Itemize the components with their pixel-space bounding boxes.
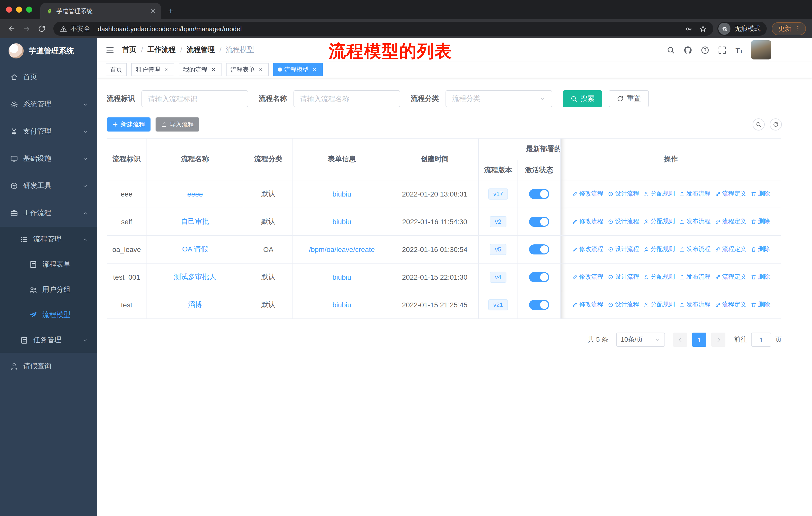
model-name-link[interactable]: OA 请假 [182, 245, 208, 253]
action-publish-link[interactable]: 发布流程 [679, 217, 710, 226]
status-toggle[interactable] [529, 244, 549, 254]
action-publish-link[interactable]: 发布流程 [679, 301, 710, 309]
prev-page-button[interactable] [673, 332, 687, 347]
question-icon[interactable] [701, 46, 709, 54]
dots-vertical-icon[interactable] [793, 25, 803, 32]
sidebar-item-task-management[interactable]: 任务管理 [0, 328, 97, 353]
star-icon[interactable] [699, 25, 707, 32]
create-model-button[interactable]: 新建流程 [107, 117, 150, 132]
model-name-link[interactable]: 测试多审批人 [174, 273, 216, 281]
sidebar-item-infrastructure[interactable]: 基础设施 [0, 145, 97, 172]
update-button[interactable]: 更新 [772, 22, 806, 35]
action-delete-link[interactable]: 删除 [750, 245, 770, 254]
search-icon[interactable] [667, 46, 675, 54]
form-info-link[interactable]: biubiu [332, 273, 351, 281]
maximize-window-button[interactable] [26, 6, 32, 12]
sidebar-item-dev-tools[interactable]: 研发工具 [0, 172, 97, 199]
model-name-link[interactable]: 滔博 [188, 300, 202, 308]
close-icon[interactable]: × [311, 66, 318, 73]
sidebar-item-payment-management[interactable]: 支付管理 [0, 118, 97, 145]
new-tab-button[interactable]: + [161, 3, 180, 19]
action-design-link[interactable]: 设计流程 [607, 190, 639, 198]
sidebar-item-workflow[interactable]: 工作流程 [0, 199, 97, 227]
action-assign-rule-link[interactable]: 分配规则 [643, 273, 675, 281]
status-toggle[interactable] [529, 300, 549, 310]
action-edit-link[interactable]: 修改流程 [572, 217, 603, 226]
incognito-badge[interactable]: 无痕模式 [717, 22, 767, 36]
action-publish-link[interactable]: 发布流程 [679, 245, 710, 254]
action-design-link[interactable]: 设计流程 [607, 273, 639, 281]
fold-icon[interactable] [106, 46, 114, 54]
action-edit-link[interactable]: 修改流程 [572, 273, 603, 281]
sidebar-item-process-management[interactable]: 流程管理 [0, 227, 97, 252]
close-icon[interactable]: × [257, 66, 264, 73]
security-label[interactable]: 不安全 [70, 24, 90, 33]
user-avatar[interactable] [751, 40, 771, 59]
action-design-link[interactable]: 设计流程 [607, 301, 639, 309]
minimize-window-button[interactable] [16, 6, 22, 12]
url-text[interactable]: dashboard.yudao.iocoder.cn/bpm/manager/m… [98, 25, 682, 32]
close-icon[interactable] [150, 8, 156, 14]
filter-input-1[interactable] [293, 90, 400, 107]
action-assign-rule-link[interactable]: 分配规则 [643, 301, 675, 309]
action-publish-link[interactable]: 发布流程 [679, 190, 710, 198]
sidebar-item-system-management[interactable]: 系统管理 [0, 91, 97, 118]
sidebar-item-leave-query[interactable]: 请假查询 [0, 353, 97, 380]
form-info-link[interactable]: biubiu [332, 218, 351, 226]
key-icon[interactable] [685, 25, 693, 32]
form-info-link[interactable]: biubiu [332, 190, 351, 198]
view-tag-4[interactable]: 流程模型× [273, 63, 323, 76]
sidebar-item-home[interactable]: 首页 [0, 63, 97, 91]
action-design-link[interactable]: 设计流程 [607, 217, 639, 226]
fullscreen-icon[interactable] [718, 46, 726, 54]
action-definition-link[interactable]: 流程定义 [715, 190, 746, 198]
breadcrumb-item[interactable]: 流程管理 [187, 45, 215, 54]
action-edit-link[interactable]: 修改流程 [572, 245, 603, 254]
close-icon[interactable]: × [210, 66, 217, 73]
action-edit-link[interactable]: 修改流程 [572, 301, 603, 309]
view-tag-1[interactable]: 租户管理× [132, 63, 174, 76]
view-tag-2[interactable]: 我的流程× [179, 63, 222, 76]
github-icon[interactable] [684, 46, 692, 54]
status-toggle[interactable] [529, 189, 549, 199]
action-definition-link[interactable]: 流程定义 [715, 273, 746, 281]
status-toggle[interactable] [529, 272, 549, 282]
category-select[interactable]: 流程分类 [445, 90, 552, 107]
status-toggle[interactable] [529, 217, 549, 227]
page-size-select[interactable]: 10条/页 [616, 332, 665, 347]
close-window-button[interactable] [6, 6, 12, 12]
action-definition-link[interactable]: 流程定义 [715, 217, 746, 226]
action-delete-link[interactable]: 删除 [750, 217, 770, 226]
back-icon[interactable] [4, 21, 19, 36]
action-edit-link[interactable]: 修改流程 [572, 190, 603, 198]
form-info-link[interactable]: biubiu [332, 301, 351, 309]
form-info-link[interactable]: /bpm/oa/leave/create [309, 245, 375, 253]
breadcrumb-item[interactable]: 首页 [122, 45, 137, 54]
model-name-link[interactable]: 自己审批 [181, 217, 209, 225]
action-assign-rule-link[interactable]: 分配规则 [643, 217, 675, 226]
view-tag-3[interactable]: 流程表单× [226, 63, 269, 76]
refresh-table-button[interactable] [770, 118, 782, 131]
action-publish-link[interactable]: 发布流程 [679, 273, 710, 281]
forward-icon[interactable] [19, 21, 34, 36]
import-model-button[interactable]: 导入流程 [155, 117, 199, 132]
goto-page-input[interactable] [751, 332, 771, 347]
action-delete-link[interactable]: 删除 [750, 301, 770, 309]
sidebar-item-process-model[interactable]: 流程模型 [0, 302, 97, 328]
view-tag-0[interactable]: 首页 [106, 63, 127, 76]
next-page-button[interactable] [711, 332, 725, 347]
action-definition-link[interactable]: 流程定义 [715, 301, 746, 309]
filter-input-0[interactable] [141, 90, 248, 107]
action-delete-link[interactable]: 删除 [750, 190, 770, 198]
page-1-button[interactable]: 1 [692, 332, 706, 347]
action-assign-rule-link[interactable]: 分配规则 [643, 190, 675, 198]
browser-tab[interactable]: 芋道管理系统 [40, 3, 161, 19]
action-assign-rule-link[interactable]: 分配规则 [643, 245, 675, 254]
font-size-icon[interactable]: TT [735, 46, 744, 54]
action-design-link[interactable]: 设计流程 [607, 245, 639, 254]
address-bar[interactable]: 不安全 dashboard.yudao.iocoder.cn/bpm/manag… [53, 22, 713, 36]
reset-button[interactable]: 重置 [609, 90, 649, 107]
close-icon[interactable]: × [163, 66, 170, 73]
model-name-link[interactable]: eeee [187, 190, 203, 198]
search-button[interactable]: 搜索 [563, 90, 602, 107]
